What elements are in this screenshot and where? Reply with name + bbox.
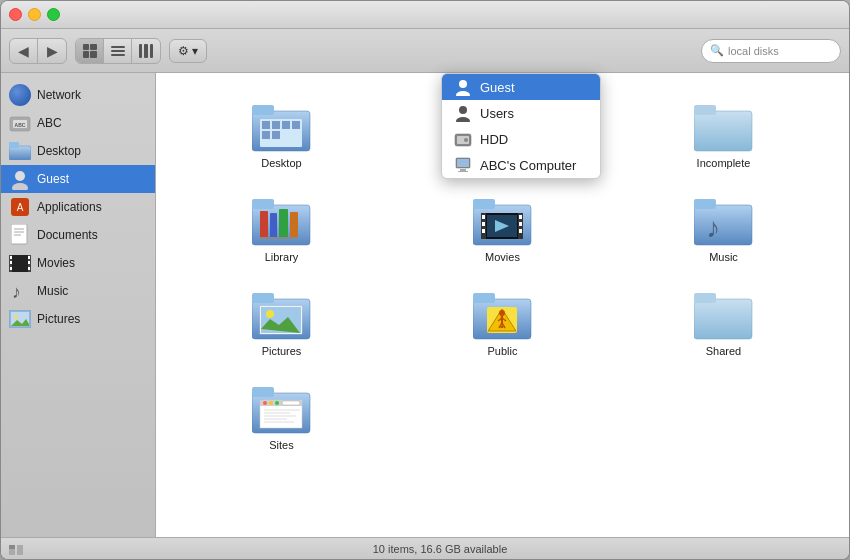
svg-rect-49 [270,213,277,239]
svg-rect-44 [694,111,752,151]
sidebar-item-network[interactable]: Network [1,81,155,109]
maximize-button[interactable] [47,8,60,21]
guest-user-icon [9,168,31,190]
file-item-shared[interactable]: Shared [618,281,829,365]
list-icon [111,46,125,56]
network-icon [9,84,31,106]
svg-rect-101 [9,545,15,549]
file-item-incomplete[interactable]: Incomplete [618,93,829,177]
cols-icon [139,44,153,58]
svg-point-106 [459,106,467,114]
toolbar: ◀ ▶ [1,29,849,73]
file-label-public: Public [488,345,518,357]
svg-rect-67 [694,199,716,209]
action-button[interactable]: ⚙ ▾ [169,39,207,63]
svg-rect-31 [262,121,270,129]
svg-point-94 [275,401,279,405]
shared-folder-large-icon [694,289,754,341]
computer-dropdown-icon [454,156,472,174]
minimize-button[interactable] [28,8,41,21]
list-view-button[interactable] [104,39,132,63]
svg-rect-35 [262,131,270,139]
documents-icon [11,224,29,246]
file-label-desktop: Desktop [261,157,301,169]
library-folder-large-icon [252,195,312,247]
svg-rect-59 [482,222,485,226]
svg-point-107 [456,117,470,122]
dropdown-label-users: Users [480,106,514,121]
file-item-library[interactable]: Library [176,187,387,271]
close-button[interactable] [9,8,22,21]
back-button[interactable]: ◀ [10,39,38,63]
svg-rect-17 [10,256,12,259]
search-box[interactable]: 🔍 local disks [701,39,841,63]
sidebar-label-guest: Guest [37,172,69,186]
forward-button[interactable]: ▶ [38,39,66,63]
file-item-desktop[interactable]: Desktop [176,93,387,177]
sidebar-item-pictures[interactable]: Pictures [1,305,155,333]
svg-rect-114 [458,171,468,172]
svg-rect-63 [519,229,522,233]
column-view-button[interactable] [132,39,160,63]
icon-view-button[interactable] [76,39,104,63]
music-icon: ♪ [9,280,31,302]
svg-rect-50 [279,209,288,239]
sidebar-item-movies[interactable]: Movies [1,249,155,277]
sites-folder-large-icon [252,383,312,435]
sidebar-item-desktop[interactable]: Desktop [1,137,155,165]
svg-rect-29 [252,105,274,115]
svg-rect-36 [272,131,280,139]
svg-point-6 [15,171,25,181]
dropdown-item-users[interactable]: Users [442,100,600,126]
sidebar-label-abc: ABC [37,116,62,130]
sidebar-item-documents[interactable]: Documents [1,221,155,249]
svg-rect-18 [10,261,12,264]
gear-icon: ⚙ [178,44,189,58]
sidebar-item-guest[interactable]: Guest [1,165,155,193]
svg-rect-95 [282,401,300,405]
svg-rect-51 [290,212,298,239]
svg-rect-89 [252,387,274,397]
file-item-sites[interactable]: Sites [176,375,387,459]
file-item-movies[interactable]: Movies [397,187,608,271]
dropdown-label-hdd: HDD [480,132,508,147]
svg-rect-20 [28,256,30,259]
svg-text:♪: ♪ [12,282,21,302]
file-item-public[interactable]: ! Public [397,281,608,365]
dropdown-item-hdd[interactable]: HDD [442,126,600,152]
svg-rect-60 [482,229,485,233]
svg-rect-19 [10,267,12,270]
svg-rect-76 [473,293,495,303]
statusbar-text: 10 items, 16.6 GB available [31,543,849,555]
sidebar-label-pictures: Pictures [37,312,80,326]
svg-point-7 [12,183,28,190]
file-label-pictures: Pictures [262,345,302,357]
dropdown-item-guest[interactable]: Guest [442,74,600,100]
nav-buttons: ◀ ▶ [9,38,67,64]
view-buttons [75,38,161,64]
svg-rect-32 [272,121,280,129]
traffic-lights [9,8,60,21]
sidebar-item-applications[interactable]: A Applications [1,193,155,221]
svg-rect-58 [482,215,485,219]
sidebar-label-documents: Documents [37,228,98,242]
svg-rect-113 [460,169,466,171]
sidebar-item-abc[interactable]: ABC ABC [1,109,155,137]
movies-icon [9,255,31,272]
sidebar-label-music: Music [37,284,68,298]
public-folder-large-icon: ! [473,289,533,341]
file-item-pictures[interactable]: Pictures [176,281,387,365]
svg-point-92 [263,401,267,405]
svg-rect-62 [519,222,522,226]
sidebar-label-network: Network [37,88,81,102]
svg-rect-103 [17,545,23,555]
file-label-movies: Movies [485,251,520,263]
dropdown-item-abcs-computer[interactable]: ABC's Computer [442,152,600,178]
file-item-music[interactable]: ♪ Music [618,187,829,271]
sidebar-item-music[interactable]: ♪ Music [1,277,155,305]
svg-point-73 [266,310,274,318]
statusbar-left-icon [1,541,31,557]
file-label-library: Library [265,251,299,263]
file-label-incomplete: Incomplete [697,157,751,169]
svg-rect-10 [11,224,27,244]
